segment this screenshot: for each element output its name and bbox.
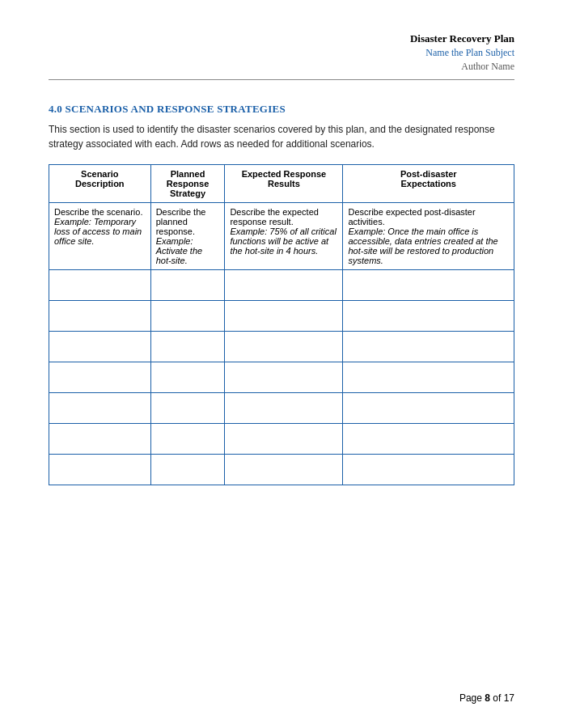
cell-planned-8 — [150, 455, 225, 485]
table-row — [49, 362, 514, 393]
cell-expected-5 — [225, 362, 343, 393]
page-header: Disaster Recovery Plan Name the Plan Sub… — [49, 32, 514, 80]
cell-scenario-1: Describe the scenario. Example: Temporar… — [49, 203, 151, 270]
cell-post-7 — [343, 424, 514, 455]
cell-scenario-2 — [49, 270, 151, 301]
cell-expected-1: Describe the expected response result. E… — [225, 203, 343, 270]
cell-planned-2 — [150, 270, 225, 301]
cell-scenario-3 — [49, 301, 151, 332]
table-row: Describe the scenario. Example: Temporar… — [49, 203, 514, 270]
table-row — [49, 424, 514, 455]
col-header-post-disaster: Post-disaster Expectations — [343, 165, 514, 203]
section-body: This section is used to identify the dis… — [49, 122, 514, 151]
cell-scenario-8 — [49, 455, 151, 485]
cell-scenario-7 — [49, 424, 151, 455]
page-number: Page 8 of 17 — [459, 692, 514, 704]
cell-planned-6 — [150, 393, 225, 424]
cell-planned-5 — [150, 362, 225, 393]
table-row — [49, 270, 514, 301]
page: Disaster Recovery Plan Name the Plan Sub… — [0, 0, 563, 728]
cell-expected-6 — [225, 393, 343, 424]
cell-expected-3 — [225, 301, 343, 332]
table-row — [49, 301, 514, 332]
page-footer: Page 8 of 17 — [459, 692, 514, 704]
table-row — [49, 393, 514, 424]
cell-scenario-4 — [49, 332, 151, 362]
cell-post-3 — [343, 301, 514, 332]
cell-post-6 — [343, 393, 514, 424]
author-name: Author Name — [49, 61, 514, 73]
col-header-scenario: Scenario Description — [49, 165, 151, 203]
document-title: Disaster Recovery Plan — [49, 32, 514, 45]
cell-planned-1: Describe the planned response. Example: … — [150, 203, 225, 270]
cell-planned-7 — [150, 424, 225, 455]
cell-expected-4 — [225, 332, 343, 362]
cell-post-5 — [343, 362, 514, 393]
scenarios-table: Scenario Description Planned Response St… — [49, 164, 514, 485]
cell-post-4 — [343, 332, 514, 362]
cell-expected-2 — [225, 270, 343, 301]
cell-scenario-5 — [49, 362, 151, 393]
plan-subject: Name the Plan Subject — [49, 47, 514, 59]
cell-planned-4 — [150, 332, 225, 362]
cell-expected-8 — [225, 455, 343, 485]
cell-scenario-6 — [49, 393, 151, 424]
col-header-expected-response: Expected Response Results — [225, 165, 343, 203]
table-row — [49, 455, 514, 485]
col-header-planned-response: Planned Response Strategy — [150, 165, 225, 203]
cell-post-2 — [343, 270, 514, 301]
section-heading: 4.0 SCENARIOS AND RESPONSE STRATEGIES — [49, 103, 514, 116]
cell-expected-7 — [225, 424, 343, 455]
table-row — [49, 332, 514, 362]
cell-planned-3 — [150, 301, 225, 332]
cell-post-1: Describe expected post-disaster activiti… — [343, 203, 514, 270]
table-header-row: Scenario Description Planned Response St… — [49, 165, 514, 203]
cell-post-8 — [343, 455, 514, 485]
